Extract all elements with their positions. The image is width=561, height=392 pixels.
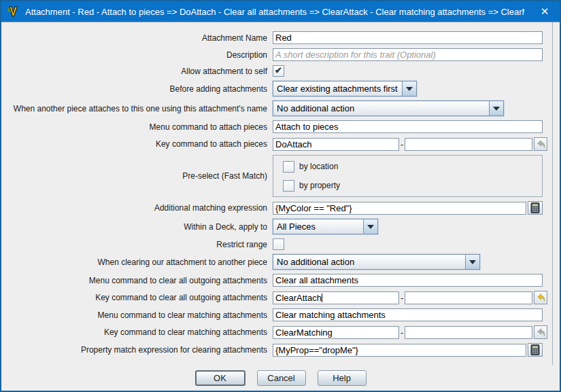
before-adding-label: Before adding attachments xyxy=(1,84,273,94)
allow-self-label: Allow attachment to self xyxy=(1,67,273,76)
within-deck-value: All Pieces xyxy=(273,219,363,234)
row-menu-clear-all: Menu command to clear all outgoing attac… xyxy=(1,274,560,287)
by-location-label: by location xyxy=(299,162,338,171)
by-property-checkbox[interactable] xyxy=(283,180,294,192)
key-clear-matching-keystroke-input[interactable] xyxy=(405,326,532,339)
description-input[interactable]: A short description for this trait (Opti… xyxy=(273,48,543,61)
menu-clear-all-input[interactable]: Clear all attachments xyxy=(273,274,543,287)
key-clear-matching-label: Key command to clear matching attachment… xyxy=(1,327,273,337)
calculator-icon[interactable] xyxy=(528,201,543,215)
menu-attach-value: Attach to pieces xyxy=(275,122,339,132)
key-attach-name-input[interactable]: DoAttach xyxy=(273,138,399,151)
row-on-attach: When another piece attaches to this one … xyxy=(1,101,560,116)
key-clear-all-name-input[interactable]: ClearAttach xyxy=(273,291,399,304)
key-clear-matching-name-input[interactable]: ClearMatching xyxy=(273,326,399,339)
clear-expr-value: {MyProp=="dropMe"} xyxy=(275,345,358,355)
clear-expr-input[interactable]: {MyProp=="dropMe"} xyxy=(273,344,526,357)
undo-icon[interactable] xyxy=(534,325,547,339)
match-expr-value: {MyColor == "Red"} xyxy=(275,203,352,213)
calculator-icon[interactable] xyxy=(528,343,543,357)
row-clear-expr: Property match expression for clearing a… xyxy=(1,343,560,357)
key-clear-matching-value: ClearMatching xyxy=(275,327,333,338)
on-attach-label: When another piece attaches to this one … xyxy=(1,104,273,113)
dropdown-arrow-icon xyxy=(363,219,377,234)
key-clear-all-label: Key command to clear all outgoing attach… xyxy=(1,293,273,302)
menu-clear-all-value: Clear all attachments xyxy=(275,275,358,285)
row-key-clear-matching: Key command to clear matching attachment… xyxy=(1,325,560,339)
dialog-content: Attachment Name Red Description A short … xyxy=(1,22,560,392)
vassal-icon xyxy=(6,5,20,18)
menu-clear-matching-input[interactable]: Clear matching attachments xyxy=(273,308,543,321)
description-label: Description xyxy=(1,50,273,60)
before-adding-value: Clear existing attachments first xyxy=(273,82,402,96)
key-attach-label: Key command to attach pieces xyxy=(1,139,273,149)
key-clear-all-value: ClearAttach xyxy=(275,293,322,303)
key-separator: - xyxy=(401,293,403,303)
menu-attach-label: Menu command to attach pieces xyxy=(1,122,273,132)
on-clear-label: When clearing our attachment to another … xyxy=(1,257,273,267)
allow-self-checkbox[interactable] xyxy=(273,65,284,77)
before-adding-select[interactable]: Clear existing attachments first xyxy=(273,81,417,96)
key-attach-value: DoAttach xyxy=(275,139,311,149)
match-expr-label: Additional matching expression xyxy=(1,203,273,213)
description-placeholder: A short description for this trait (Opti… xyxy=(275,50,436,60)
row-description: Description A short description for this… xyxy=(1,48,560,61)
key-separator: - xyxy=(401,139,403,149)
on-attach-value: No additional action xyxy=(273,101,489,115)
row-key-attach: Key command to attach pieces DoAttach - xyxy=(1,137,560,151)
within-deck-select[interactable]: All Pieces xyxy=(273,219,378,234)
ok-button[interactable]: OK xyxy=(195,370,245,386)
by-property-label: by property xyxy=(299,181,340,190)
dropdown-arrow-icon xyxy=(489,101,503,115)
on-clear-value: No additional action xyxy=(273,255,465,269)
attachment-name-value: Red xyxy=(275,33,292,43)
clear-expr-label: Property match expression for clearing a… xyxy=(1,345,273,355)
fast-match-panel: by location by property xyxy=(273,155,543,197)
attachment-name-label: Attachment Name xyxy=(1,33,273,43)
undo-icon[interactable] xyxy=(534,291,547,304)
help-button[interactable]: Help xyxy=(318,370,367,386)
menu-clear-all-label: Menu command to clear all outgoing attac… xyxy=(1,276,273,285)
row-match-expr: Additional matching expression {MyColor … xyxy=(1,201,560,215)
on-attach-select[interactable]: No additional action xyxy=(273,101,504,116)
menu-clear-matching-label: Menu command to clear matching attachmen… xyxy=(1,310,273,320)
dropdown-arrow-icon xyxy=(402,82,416,96)
key-attach-keystroke-input[interactable] xyxy=(405,138,532,151)
row-key-clear-all: Key command to clear all outgoing attach… xyxy=(1,291,560,304)
row-attachment-name: Attachment Name Red xyxy=(1,31,560,44)
row-within-deck: Within a Deck, apply to All Pieces xyxy=(1,219,560,234)
key-clear-all-keystroke-input[interactable] xyxy=(405,291,532,304)
row-on-clear: When clearing our attachment to another … xyxy=(1,254,560,270)
fast-match-by-property-row: by property xyxy=(283,180,542,192)
cancel-button[interactable]: Cancel xyxy=(257,370,306,386)
undo-icon[interactable] xyxy=(534,137,547,151)
match-expr-input[interactable]: {MyColor == "Red"} xyxy=(273,202,526,215)
row-restrict-range: Restrict range xyxy=(1,238,560,250)
fast-match-label: Pre-select (Fast Match) xyxy=(1,171,273,181)
on-clear-select[interactable]: No additional action xyxy=(273,254,480,270)
attachment-dialog: Attachment - Red - Attach to pieces => D… xyxy=(0,0,561,392)
row-before-adding: Before adding attachments Clear existing… xyxy=(1,81,560,96)
attachment-name-input[interactable]: Red xyxy=(273,31,543,44)
titlebar: Attachment - Red - Attach to pieces => D… xyxy=(1,1,560,22)
close-icon[interactable]: ✕ xyxy=(530,1,560,22)
row-menu-attach: Menu command to attach pieces Attach to … xyxy=(1,120,560,133)
menu-attach-input[interactable]: Attach to pieces xyxy=(273,120,543,133)
text-caret xyxy=(322,293,322,302)
dropdown-arrow-icon xyxy=(465,255,479,269)
key-separator: - xyxy=(401,327,403,338)
restrict-range-label: Restrict range xyxy=(1,240,273,249)
row-allow-self: Allow attachment to self xyxy=(1,65,560,77)
by-location-checkbox[interactable] xyxy=(283,161,294,173)
row-fast-match: Pre-select (Fast Match) by location by p… xyxy=(1,155,560,197)
dialog-buttons: OK Cancel Help xyxy=(1,370,560,386)
menu-clear-matching-value: Clear matching attachments xyxy=(275,310,386,320)
fast-match-by-location-row: by location xyxy=(283,161,542,173)
window-title: Attachment - Red - Attach to pieces => D… xyxy=(25,7,524,17)
restrict-range-checkbox[interactable] xyxy=(273,238,284,250)
within-deck-label: Within a Deck, apply to xyxy=(1,222,273,232)
row-menu-clear-matching: Menu command to clear matching attachmen… xyxy=(1,308,560,321)
